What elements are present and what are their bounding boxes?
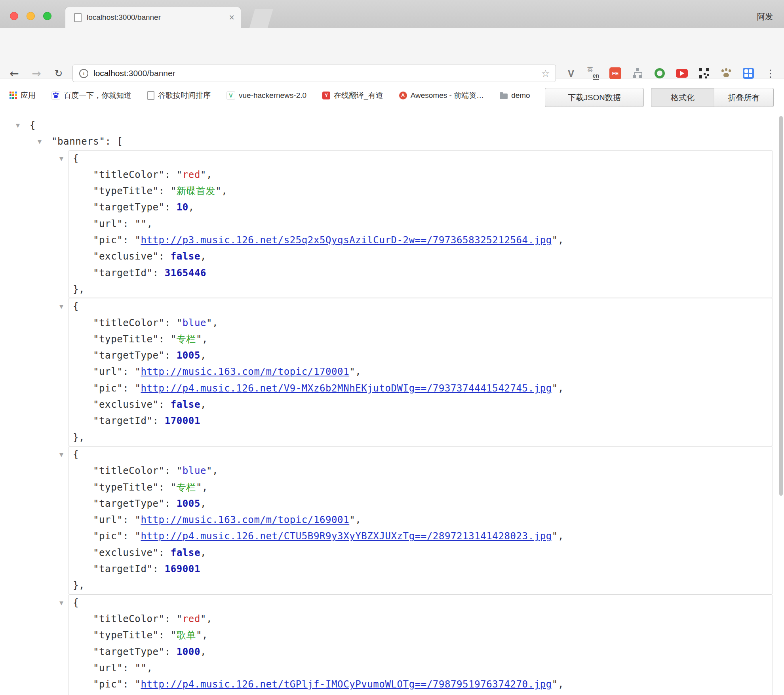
json-token: , xyxy=(188,202,194,213)
json-token: " xyxy=(93,334,99,345)
json-line: "targetId": 170001 xyxy=(69,413,773,429)
collapse-arrow-icon[interactable]: ▼ xyxy=(59,447,64,463)
json-link[interactable]: http://music.163.com/m/topic/170001 xyxy=(141,366,349,377)
json-token: " xyxy=(93,663,99,674)
extension-icons-row: V 英en FE ⋮ xyxy=(563,65,778,81)
blue-grid-extension-icon[interactable] xyxy=(740,65,756,81)
download-json-button[interactable]: 下载JSON数据 xyxy=(545,88,644,107)
url-path: :3000/banner xyxy=(126,69,175,78)
json-line: "targetId": 169001 xyxy=(69,561,773,577)
json-token: " xyxy=(177,613,183,624)
fe-glyph: FE xyxy=(609,67,621,79)
json-token: blue xyxy=(183,317,206,328)
json-token: " xyxy=(153,482,159,493)
zoom-window-button[interactable] xyxy=(43,12,51,20)
collapse-arrow-icon[interactable]: ▼ xyxy=(38,134,42,150)
json-token: }, xyxy=(73,580,85,591)
paw-extension-icon[interactable] xyxy=(718,65,734,81)
json-line: }, xyxy=(69,281,773,298)
fehelper-extension-icon[interactable]: FE xyxy=(607,65,623,81)
v-extension-icon[interactable]: V xyxy=(563,65,579,81)
collapse-arrow-icon[interactable]: ▼ xyxy=(59,298,64,315)
collapse-all-button[interactable]: 折叠所有 xyxy=(714,88,774,107)
green-ring-extension-icon[interactable] xyxy=(652,65,668,81)
bookmark-item-vue[interactable]: V vue-hackernews-2.0 xyxy=(226,91,306,100)
browser-tab[interactable]: localhost:3000/banner × xyxy=(65,7,241,28)
json-token: }, xyxy=(73,432,85,443)
format-button[interactable]: 格式化 xyxy=(651,88,714,107)
json-object-card: ▼{"titleColor": "red","typeTitle": "新碟首发… xyxy=(68,150,773,298)
address-bar[interactable]: i localhost:3000/banner ☆ xyxy=(72,65,556,82)
json-token: " xyxy=(93,366,99,377)
json-token: { xyxy=(73,153,79,164)
json-line: "titleColor": "red", xyxy=(69,167,773,183)
tab-close-icon[interactable]: × xyxy=(229,13,234,22)
json-token: " xyxy=(159,465,165,476)
json-link[interactable]: http://p3.music.126.net/s25q2x5QyqsAzilC… xyxy=(141,235,552,246)
json-link[interactable]: http://music.163.com/m/topic/169001 xyxy=(141,514,349,525)
play-button-extension-icon[interactable] xyxy=(674,65,690,81)
json-token: " xyxy=(552,383,558,394)
json-token: " xyxy=(171,630,177,641)
json-token: blue xyxy=(183,465,206,476)
bookmark-item-baidu[interactable]: 百度一下，你就知道 xyxy=(51,90,131,101)
json-link[interactable]: http://p4.music.126.net/CTU5B9R9y3XyYBZX… xyxy=(141,531,552,542)
scrollbar-thumb[interactable] xyxy=(779,116,783,496)
json-token: " xyxy=(135,663,141,674)
forward-button[interactable]: → xyxy=(29,65,44,82)
bookmark-label: vue-hackernews-2.0 xyxy=(239,91,306,100)
json-token: " xyxy=(93,646,99,657)
qr-code-extension-icon[interactable] xyxy=(696,65,712,81)
minimize-window-button[interactable] xyxy=(27,12,35,20)
json-line: ▼{ xyxy=(69,298,773,315)
json-link[interactable]: http://p4.music.126.net/V9-MXz6b2MNhEKju… xyxy=(141,383,552,394)
url-host: localhost xyxy=(93,69,126,78)
json-line: "url": "", xyxy=(69,216,773,232)
profile-name[interactable]: 阿发 xyxy=(757,11,773,22)
bookmark-item-youdao[interactable]: Y 在线翻译_有道 xyxy=(322,90,383,101)
collapse-arrow-icon[interactable]: ▼ xyxy=(16,117,20,134)
json-token: typeTitle xyxy=(99,334,152,345)
bookmark-item-google-sort[interactable]: 谷歌按时间排序 xyxy=(147,90,211,101)
page-info-icon[interactable]: i xyxy=(79,69,88,78)
bookmark-item-apps[interactable]: 应用 xyxy=(10,90,36,101)
bookmark-item-demo[interactable]: demo xyxy=(500,91,530,100)
json-token: " xyxy=(153,630,159,641)
json-token: banners xyxy=(57,136,99,147)
new-tab-button[interactable] xyxy=(249,9,273,28)
reload-button[interactable]: ↻ xyxy=(51,65,67,82)
json-token: exclusive xyxy=(99,399,152,410)
json-token: " xyxy=(171,185,177,197)
json-link[interactable]: http://p4.music.126.net/tGPljf-IMOCyPvum… xyxy=(141,679,552,690)
json-token: : xyxy=(165,350,177,361)
json-token: , xyxy=(558,679,564,690)
window-controls xyxy=(10,12,51,20)
bookmark-item-awesomes[interactable]: A Awesomes - 前端资… xyxy=(399,90,484,101)
blue-grid-glyph xyxy=(743,68,754,79)
collapse-arrow-icon[interactable]: ▼ xyxy=(59,151,64,167)
json-token: , xyxy=(206,613,212,624)
back-button[interactable]: ← xyxy=(6,65,22,82)
close-window-button[interactable] xyxy=(10,12,18,20)
json-token: 专栏 xyxy=(177,334,196,345)
sitemap-extension-icon[interactable] xyxy=(630,65,645,81)
collapse-arrow-icon[interactable]: ▼ xyxy=(59,595,64,611)
youdao-icon: Y xyxy=(322,92,330,99)
json-token: " xyxy=(552,679,558,690)
json-token: pic xyxy=(99,235,117,246)
json-token: exclusive xyxy=(99,251,152,262)
json-token: { xyxy=(30,120,36,131)
baidu-paw-icon xyxy=(51,91,60,100)
bookmark-star-icon[interactable]: ☆ xyxy=(541,68,550,79)
json-token: " xyxy=(159,202,165,213)
json-line: ▼{ xyxy=(69,447,773,463)
json-token: " xyxy=(93,465,99,476)
browser-menu-button[interactable]: ⋮ xyxy=(763,65,778,81)
json-token: titleColor xyxy=(99,465,159,476)
json-token: " xyxy=(135,679,141,690)
json-token: " xyxy=(93,317,99,328)
json-line: "pic": "http://p4.music.126.net/CTU5B9R9… xyxy=(69,528,773,544)
json-token: 3165446 xyxy=(165,267,206,279)
json-token: " xyxy=(93,267,99,279)
translate-extension-icon[interactable]: 英en xyxy=(585,65,601,81)
